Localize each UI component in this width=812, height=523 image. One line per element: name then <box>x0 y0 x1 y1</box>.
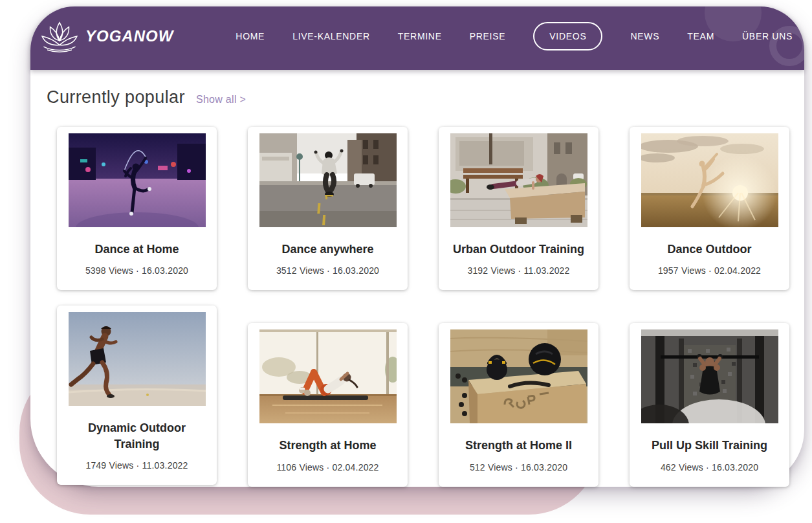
page: YOGANOW HOME LIVE-KALENDER TERMINE PREIS… <box>0 0 812 523</box>
video-title: Urban Outdoor Training <box>439 241 598 257</box>
video-meta: 1749 Views · 11.03.2022 <box>57 460 217 471</box>
header: YOGANOW HOME LIVE-KALENDER TERMINE PREIS… <box>30 6 804 70</box>
video-title: Pull Up Skill Training <box>630 438 789 453</box>
video-title: Strength at Home II <box>439 438 598 453</box>
video-meta: 1106 Views · 02.04.2022 <box>248 462 408 473</box>
brand-name: YOGANOW <box>85 27 173 45</box>
app-card: YOGANOW HOME LIVE-KALENDER TERMINE PREIS… <box>30 6 804 487</box>
video-title: Dance Outdoor <box>630 241 789 257</box>
nav-item-live-kalender[interactable]: LIVE-KALENDER <box>292 23 370 49</box>
video-title: Dance at Home <box>57 241 217 257</box>
nav-item-ueber-uns[interactable]: ÜBER UNS <box>742 23 793 49</box>
section-header: Currently popular Show all > <box>47 87 804 107</box>
section-title: Currently popular <box>47 87 185 107</box>
video-card-urban-outdoor-training[interactable]: Urban Outdoor Training 3192 Views · 11.0… <box>439 127 598 290</box>
video-title: Dynamic Outdoor Training <box>83 420 192 452</box>
video-meta: 1957 Views · 02.04.2022 <box>630 265 789 276</box>
nav-item-home[interactable]: HOME <box>236 23 265 49</box>
video-meta: 3512 Views · 16.03.2020 <box>248 265 408 276</box>
video-title: Strength at Home <box>248 438 408 453</box>
video-card-dance-anywhere[interactable]: Dance anywhere 3512 Views · 16.03.2020 <box>248 127 408 290</box>
nav-item-team[interactable]: TEAM <box>687 23 714 49</box>
video-meta: 512 Views · 16.03.2020 <box>439 462 598 473</box>
video-meta: 5398 Views · 16.03.2020 <box>57 265 217 276</box>
nav-item-preise[interactable]: PREISE <box>470 23 506 49</box>
lotus-icon <box>39 20 80 52</box>
card-row-2: Dynamic Outdoor Training 1749 Views · 11… <box>57 323 804 486</box>
show-all-link[interactable]: Show all > <box>196 94 246 106</box>
thumbnail-image <box>450 329 587 423</box>
thumbnail-image <box>450 133 587 227</box>
thumbnail-image <box>259 329 397 423</box>
video-card-dance-at-home[interactable]: Dance at Home 5398 Views · 16.03.2020 <box>57 127 217 290</box>
nav-item-videos[interactable]: VIDEOS <box>533 22 602 50</box>
thumbnail-image <box>641 329 778 423</box>
thumbnail-image <box>641 133 778 227</box>
card-row-1: Dance at Home 5398 Views · 16.03.2020 <box>57 127 804 290</box>
thumbnail-image <box>69 133 206 227</box>
video-card-pull-up-skill-training[interactable]: Pull Up Skill Training 462 Views · 16.03… <box>630 323 789 486</box>
video-card-dance-outdoor[interactable]: Dance Outdoor 1957 Views · 02.04.2022 <box>630 127 789 290</box>
nav-item-termine[interactable]: TERMINE <box>398 23 442 49</box>
nav-item-news[interactable]: NEWS <box>630 23 659 49</box>
thumbnail-image <box>69 312 206 406</box>
video-meta: 462 Views · 16.03.2020 <box>630 462 789 473</box>
logo[interactable]: YOGANOW <box>39 20 173 52</box>
thumbnail-image <box>259 133 397 227</box>
video-card-strength-at-home-ii[interactable]: Strength at Home II 512 Views · 16.03.20… <box>439 323 598 486</box>
video-meta: 3192 Views · 11.03.2022 <box>439 265 598 276</box>
video-card-dynamic-outdoor-training[interactable]: Dynamic Outdoor Training 1749 Views · 11… <box>57 306 217 485</box>
video-card-strength-at-home[interactable]: Strength at Home 1106 Views · 02.04.2022 <box>248 323 408 486</box>
video-title: Dance anywhere <box>248 241 408 257</box>
main-nav: HOME LIVE-KALENDER TERMINE PREISE VIDEOS… <box>236 22 793 50</box>
